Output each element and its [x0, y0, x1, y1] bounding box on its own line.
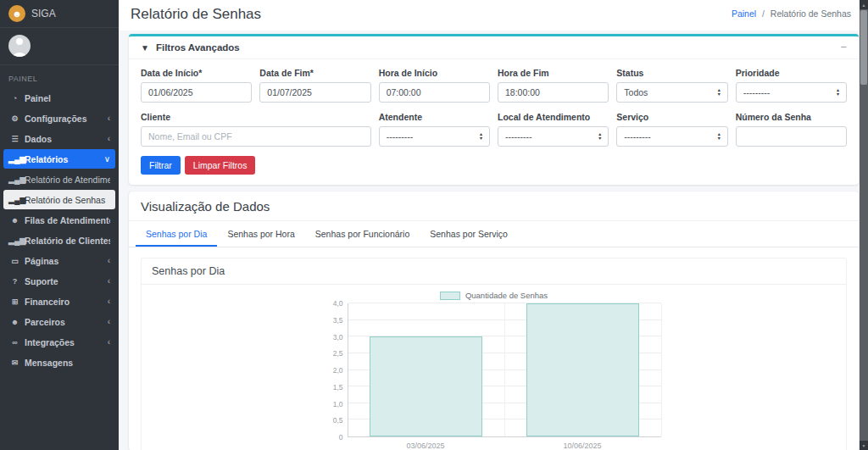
- data-inicio-input[interactable]: [141, 82, 252, 103]
- local-de-atendimento-select[interactable]: --------- ▴▾: [498, 126, 609, 147]
- field-label: Local de Atendimento: [498, 112, 609, 122]
- filtrar-button[interactable]: Filtrar: [141, 156, 181, 175]
- tab-senhas-por-dia[interactable]: Senhas por Dia: [136, 221, 217, 247]
- sidebar-item-label: Mensagens: [25, 358, 110, 368]
- sidebar-item-dados[interactable]: ☰ Dados ‹: [3, 129, 115, 148]
- sidebar-item-label: Relatórios: [25, 154, 104, 164]
- main-content: Relatório de Senhas Painel / Relatório d…: [119, 0, 868, 450]
- bar-chart-icon: ▂▄▆: [8, 236, 21, 245]
- filters-card-header: ▼ Filtros Avançados −: [129, 36, 859, 59]
- y-tick-label: 2,0: [333, 366, 343, 375]
- field-atendente: Atendente --------- ▴▾: [379, 112, 490, 147]
- chevron-left-icon: ‹: [108, 114, 110, 123]
- brand-logo-icon: ☻: [8, 5, 25, 22]
- tab-senhas-por-funcionario[interactable]: Senhas por Funcionário: [305, 221, 420, 247]
- filters-title: Filtros Avançados: [156, 42, 240, 53]
- sidebar-item-relatorio-de-senhas[interactable]: ▂▄▆ Relatório de Senhas: [3, 190, 115, 209]
- bar-03/06/2025[interactable]: [370, 336, 482, 436]
- scroll-up-icon[interactable]: ▲: [860, 0, 868, 9]
- limpar-filtros-button[interactable]: Limpar Filtros: [185, 156, 256, 175]
- visualization-title: Visualização de Dados: [129, 192, 859, 221]
- sidebar-item-paginas[interactable]: ▭ Páginas ‹: [3, 251, 115, 270]
- status-select-value: Todos: [624, 87, 648, 97]
- prioridade-select[interactable]: --------- ▴▾: [736, 82, 847, 103]
- gauge-icon: ◔: [8, 94, 21, 103]
- chart-legend[interactable]: Quantidade de Senhas: [327, 291, 661, 300]
- bar-chart-icon: ▂▄▆: [8, 196, 21, 204]
- sidebar-item-label: Relatório de Atendimentos: [25, 175, 110, 185]
- sidebar-item-label: Relatório de Senhas: [25, 195, 110, 205]
- visualization-tabs: Senhas por Dia Senhas por Hora Senhas po…: [129, 221, 859, 247]
- users-icon: ☻: [8, 216, 21, 225]
- sidebar-item-integracoes[interactable]: ∞ Integrações ‹: [3, 332, 115, 352]
- hora-fim-input[interactable]: [498, 82, 609, 103]
- content-area: ▼ Filtros Avançados − Data de Início* Da…: [119, 31, 868, 450]
- sidebar-item-suporte[interactable]: ? Suporte ‹: [3, 271, 115, 291]
- breadcrumb-link-painel[interactable]: Painel: [732, 8, 756, 19]
- bar-chart-icon: ▂▄▆: [8, 175, 21, 184]
- servico-select-value: ---------: [624, 131, 650, 142]
- y-tick-label: 4,0: [333, 299, 343, 308]
- atendente-select-value: ---------: [387, 131, 413, 142]
- bar-10/06/2025[interactable]: [526, 303, 639, 436]
- atendente-select[interactable]: --------- ▴▾: [379, 126, 490, 147]
- field-local-de-atendimento: Local de Atendimento --------- ▴▾: [498, 112, 609, 147]
- chart-plot: [348, 303, 661, 437]
- calculator-icon: ⊞: [8, 297, 21, 306]
- sidebar-item-relatorios[interactable]: ▂▄▆ Relatórios ∨: [3, 149, 115, 169]
- gridline: [661, 303, 662, 436]
- hora-inicio-input[interactable]: [379, 82, 490, 103]
- sidebar-item-label: Parceiros: [25, 317, 108, 327]
- y-tick-label: 1,5: [333, 383, 343, 392]
- sidebar-item-label: Suporte: [25, 276, 108, 286]
- field-cliente: Cliente: [141, 112, 371, 147]
- data-fim-input[interactable]: [259, 82, 370, 103]
- field-hora-fim: Hora de Fim: [498, 68, 609, 103]
- bar-chart: Quantidade de Senhas 00,51,01,52,02,53,0…: [327, 291, 661, 450]
- comments-icon: ✉: [8, 358, 21, 367]
- tab-senhas-por-hora[interactable]: Senhas por Hora: [217, 221, 304, 247]
- sidebar-item-financeiro[interactable]: ⊞ Financeiro ‹: [3, 292, 115, 311]
- filter-funnel-icon: ▼: [141, 43, 149, 53]
- sidebar-item-mensagens[interactable]: ✉ Mensagens: [3, 353, 115, 372]
- scroll-down-icon[interactable]: ▼: [860, 441, 868, 450]
- filters-body: Data de Início* Data de Fim* Hora de Iní…: [129, 59, 859, 185]
- breadcrumb-current: Relatório de Senhas: [771, 8, 851, 19]
- field-label: Data de Início*: [141, 68, 252, 78]
- status-select[interactable]: Todos ▴▾: [616, 82, 727, 103]
- content-header: Relatório de Senhas Painel / Relatório d…: [119, 0, 868, 31]
- sidebar: ☻ SIGA PAINEL ◔ Painel ⚙ Configurações ‹…: [0, 0, 119, 450]
- sidebar-item-relatorio-de-clientes[interactable]: ▂▄▆ Relatório de Clientes: [3, 231, 115, 250]
- field-label: Atendente: [379, 112, 490, 122]
- sidebar-item-configuracoes[interactable]: ⚙ Configurações ‹: [3, 108, 115, 128]
- collapse-card-button[interactable]: −: [840, 43, 847, 52]
- field-data-inicio: Data de Início*: [141, 68, 252, 103]
- sidebar-item-filas-de-atendimento[interactable]: ☻ Filas de Atendimento: [3, 210, 115, 230]
- avatar[interactable]: [8, 35, 31, 57]
- gridline: [504, 303, 505, 436]
- numero-da-senha-input[interactable]: [736, 126, 847, 147]
- user-panel[interactable]: [0, 28, 119, 65]
- brand[interactable]: ☻ SIGA: [0, 0, 119, 28]
- monitor-icon: ▭: [8, 257, 21, 265]
- chevron-left-icon: ‹: [108, 297, 110, 306]
- select-arrows-icon: ▴▾: [598, 132, 601, 141]
- field-prioridade: Prioridade --------- ▴▾: [736, 68, 847, 103]
- sidebar-item-relatorio-de-atendimentos[interactable]: ▂▄▆ Relatório de Atendimentos: [3, 169, 115, 189]
- cliente-input[interactable]: [141, 126, 371, 147]
- sidebar-item-parceiros[interactable]: ☻ Parceiros ‹: [3, 312, 115, 331]
- x-tick-label: 10/06/2025: [504, 442, 661, 450]
- users-icon: ☻: [8, 318, 21, 326]
- field-label: Cliente: [141, 112, 371, 122]
- vertical-scrollbar[interactable]: ▲ ▼: [860, 0, 868, 450]
- field-hora-inicio: Hora de Início: [379, 68, 490, 103]
- legend-swatch: [440, 292, 460, 300]
- sidebar-nav: ◔ Painel ⚙ Configurações ‹ ☰ Dados ‹ ▂▄▆…: [0, 88, 119, 372]
- field-status: Status Todos ▴▾: [616, 68, 727, 103]
- tab-senhas-por-servico[interactable]: Senhas por Serviço: [420, 221, 518, 247]
- servico-select[interactable]: --------- ▴▾: [616, 126, 727, 147]
- sidebar-item-painel[interactable]: ◔ Painel: [3, 88, 115, 108]
- field-label: Data de Fim*: [259, 68, 370, 78]
- select-arrows-icon: ▴▾: [837, 88, 839, 97]
- scrollbar-thumb[interactable]: [860, 10, 867, 85]
